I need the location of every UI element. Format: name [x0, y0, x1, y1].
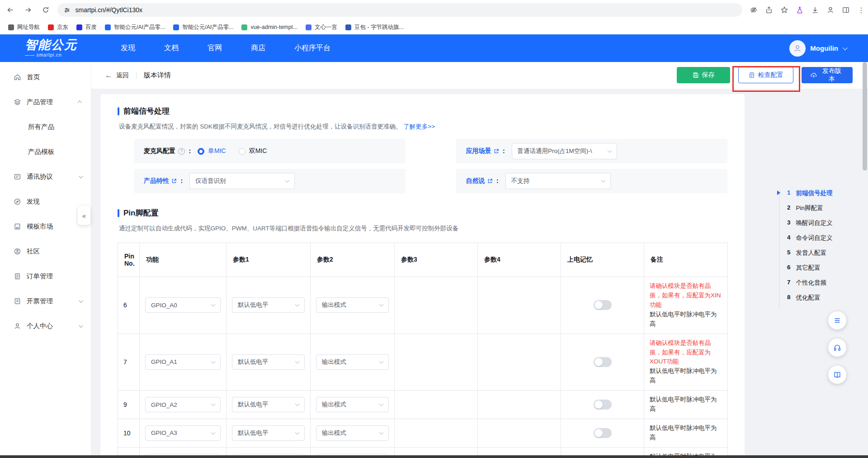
- col-header-param1: 参数1: [226, 243, 311, 277]
- learn-more-link[interactable]: 了解更多>>: [403, 123, 435, 130]
- bookmark-item[interactable]: 京东: [44, 22, 72, 33]
- sidebar-item-orders[interactable]: 订单管理: [0, 265, 91, 287]
- browser-forward-button[interactable]: [20, 2, 35, 18]
- browser-reload-button[interactable]: [38, 2, 53, 18]
- split-screen-icon[interactable]: [839, 3, 853, 17]
- param1-select[interactable]: 默认低电平: [232, 425, 305, 441]
- sidebar-item-invoicing[interactable]: 开票管理: [0, 290, 91, 312]
- anchor-label: 发音人配置: [796, 249, 827, 257]
- natural-speech-label[interactable]: 自然说: [466, 177, 493, 185]
- sidebar-item-product-management[interactable]: 产品管理: [0, 91, 91, 113]
- extension-flask-icon[interactable]: [793, 3, 807, 17]
- favicon: [48, 24, 54, 30]
- bookmark-item[interactable]: 文心一言: [302, 22, 341, 33]
- feature-select[interactable]: 仅语音识别: [189, 173, 295, 189]
- function-select[interactable]: GPIO_A0: [145, 297, 221, 313]
- function-select[interactable]: GPIO_A1: [145, 354, 221, 370]
- save-button[interactable]: 保存: [677, 67, 730, 83]
- scrollbar-thumb[interactable]: [863, 62, 867, 171]
- bookmark-star-icon[interactable]: [778, 3, 791, 17]
- anchor-item-optimization[interactable]: 8 优化配置: [787, 294, 833, 302]
- function-select[interactable]: GPIO_A3: [145, 425, 221, 441]
- scene-label[interactable]: 应用场景: [466, 147, 499, 155]
- col-header-pin-no: Pin No.: [118, 243, 140, 277]
- favicon: [306, 24, 311, 30]
- param3-cell: [395, 419, 478, 448]
- sidebar-item-template-market[interactable]: 模板市场: [0, 215, 91, 238]
- select-value: GPIO_A1: [151, 358, 177, 365]
- power-memory-toggle[interactable]: [594, 357, 612, 367]
- bookmark-item[interactable]: 网址导航: [5, 22, 43, 33]
- address-bar[interactable]: smartpi.cn/#/QytlCi130x: [57, 3, 742, 17]
- nav-item-docs[interactable]: 文档: [164, 43, 179, 53]
- sidebar-item-home[interactable]: 首页: [0, 66, 91, 88]
- anchor-item-pin[interactable]: 2 Pin脚配置: [787, 204, 833, 212]
- param2-select[interactable]: 输出模式: [316, 425, 389, 441]
- share-icon[interactable]: [762, 3, 776, 17]
- chevron-down-icon: [79, 323, 83, 328]
- bookmark-item[interactable]: vue-admin-templ...: [238, 23, 301, 32]
- help-icon[interactable]: ?: [178, 148, 185, 155]
- bookmark-item[interactable]: 豆包 - 字节跳动旗...: [342, 22, 407, 33]
- publish-button[interactable]: 发布版本: [802, 67, 853, 83]
- nav-item-website[interactable]: 官网: [208, 43, 222, 53]
- back-arrow-icon[interactable]: ←: [105, 71, 113, 80]
- nav-item-store[interactable]: 商店: [251, 43, 265, 53]
- anchor-item-other[interactable]: 6 其它配置: [787, 264, 833, 272]
- scene-select[interactable]: 普通话通用Pro(占1M空间)-\: [512, 143, 617, 159]
- logo[interactable]: 智能公元 —— smartpi.cn: [25, 39, 93, 57]
- sidebar-collapse-handle[interactable]: «: [78, 206, 90, 225]
- param2-select[interactable]: 输出模式: [316, 297, 389, 313]
- power-memory-toggle[interactable]: [594, 400, 612, 410]
- select-value: 默认低电平: [238, 358, 269, 366]
- float-list-button[interactable]: [828, 311, 846, 329]
- check-config-button[interactable]: 检查配置: [738, 67, 793, 83]
- float-support-button[interactable]: [828, 339, 846, 357]
- feature-label-text: 产品特性: [144, 177, 169, 185]
- bookmark-item[interactable]: 智能公元/AI产品零...: [101, 22, 169, 33]
- param2-select[interactable]: 输出模式: [316, 397, 389, 412]
- download-icon[interactable]: [808, 3, 822, 17]
- bookmark-item[interactable]: 百度: [73, 22, 100, 33]
- sidebar-item-community[interactable]: 社区: [0, 240, 91, 262]
- check-config-button-label: 检查配置: [758, 71, 783, 79]
- param1-select[interactable]: 默认低电平: [232, 297, 305, 313]
- anchor-label: 其它配置: [796, 264, 821, 272]
- natural-speech-select[interactable]: 不支持: [505, 173, 611, 189]
- float-docs-button[interactable]: [828, 366, 846, 384]
- user-menu[interactable]: Moguilin: [789, 34, 846, 62]
- col-header-param4: 参数4: [478, 243, 561, 277]
- nav-item-discover[interactable]: 发现: [121, 43, 135, 53]
- anchor-item-custom-audio[interactable]: 7 个性化音频: [787, 279, 833, 287]
- sidebar-item-discover[interactable]: 发现: [0, 190, 91, 213]
- user-icon: [14, 322, 21, 330]
- sidebar-item-protocol[interactable]: 通讯协议: [0, 165, 91, 188]
- browser-back-button[interactable]: [3, 2, 18, 18]
- param1-select[interactable]: 默认低电平: [232, 397, 305, 412]
- sidebar-item-product-templates[interactable]: 产品模板: [0, 140, 91, 163]
- col-header-param3: 参数3: [395, 243, 478, 277]
- sidebar-item-personal-center[interactable]: 个人中心: [0, 315, 91, 337]
- power-memory-toggle[interactable]: [594, 428, 612, 438]
- feature-label[interactable]: 产品特性: [144, 177, 177, 185]
- radio-single-mic[interactable]: 单MIC: [198, 147, 226, 155]
- anchor-item-commands[interactable]: 4 命令词自定义: [787, 234, 833, 242]
- sidebar-item-all-products[interactable]: 所有产品: [0, 115, 91, 138]
- kebab-menu-icon[interactable]: ⋮: [854, 3, 868, 17]
- back-button[interactable]: 返回: [116, 72, 129, 80]
- radio-dual-mic[interactable]: 双MIC: [239, 147, 267, 155]
- anchor-item-signal[interactable]: 1 前端信号处理: [787, 189, 833, 197]
- user-name: Moguilin: [810, 44, 838, 52]
- sidebar: 首页 产品管理 所有产品 产品模板 通讯协议 发现 模板市场 社区 订单管理 开…: [0, 62, 91, 458]
- function-select[interactable]: GPIO_A2: [145, 397, 221, 412]
- order-icon: [14, 272, 21, 280]
- bookmark-item[interactable]: 智能公元/AI产品零...: [170, 22, 237, 33]
- eye-off-icon[interactable]: [747, 3, 760, 17]
- anchor-item-wakeword[interactable]: 3 唤醒词自定义: [787, 219, 833, 227]
- power-memory-toggle[interactable]: [594, 300, 612, 310]
- nav-item-miniprogram[interactable]: 小程序平台: [294, 43, 330, 53]
- profile-icon[interactable]: [824, 3, 837, 17]
- param2-select[interactable]: 输出模式: [316, 354, 389, 370]
- param1-select[interactable]: 默认低电平: [232, 354, 305, 370]
- anchor-item-voice[interactable]: 5 发音人配置: [787, 249, 833, 257]
